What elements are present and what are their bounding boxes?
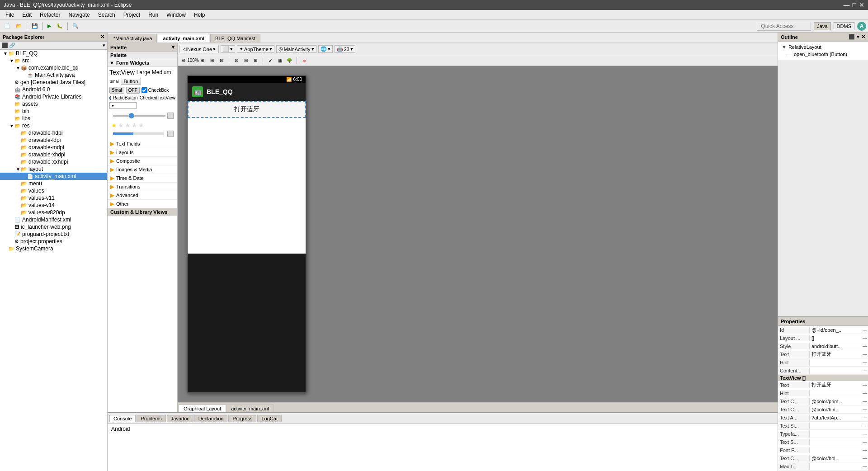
outline-close-btn[interactable]: ✕ (861, 34, 865, 40)
tree-item-25[interactable]: 📝proguard-project.txt (0, 231, 107, 238)
palette-form-widgets-header[interactable]: ▼ Form Widgets (108, 59, 177, 67)
tree-item-5[interactable]: 🤖Android 6.0 (0, 86, 107, 93)
api-dropdown[interactable]: 🤖 23 ▾ (335, 45, 355, 53)
console-tab-logcat[interactable]: LogCat (257, 415, 281, 422)
toolbar-run-btn[interactable]: ▶ (45, 22, 53, 30)
palette-custom-library[interactable]: Custom & Library Views (108, 208, 177, 216)
toolbar-save-btn[interactable]: 💾 (29, 22, 40, 30)
prop-action-7[interactable]: — (862, 382, 868, 387)
theme-dropdown[interactable]: ✦ AppTheme ▾ (237, 45, 274, 53)
prop-action-2[interactable]: — (862, 344, 868, 349)
prop-row-5[interactable]: Content...— (778, 367, 868, 375)
tree-item-10[interactable]: ▼📂res (0, 122, 107, 129)
toolbar-search-btn[interactable]: 🔍 (70, 22, 81, 30)
tree-item-3[interactable]: ☕MainActivity.java (0, 71, 107, 79)
close-button[interactable]: ✕ (859, 1, 864, 9)
menu-item-project[interactable]: Project (120, 11, 144, 19)
textview-large[interactable]: TextView (109, 69, 135, 76)
package-explorer-close-icon[interactable]: ✕ (100, 34, 104, 40)
phone-content[interactable]: 打开蓝牙 (188, 101, 306, 254)
prop-action-11[interactable]: — (862, 415, 868, 420)
prop-row-15[interactable]: Font F...— (778, 446, 868, 454)
prop-action-17[interactable]: — (862, 464, 868, 469)
bottom-tab-graphical-layout[interactable]: Graphical Layout (179, 405, 226, 412)
tree-item-7[interactable]: 📂assets (0, 100, 107, 108)
prop-row-17[interactable]: Max Li...— (778, 462, 868, 471)
pkg-collapse-btn[interactable]: ⬛ (2, 42, 8, 48)
console-tab-declaration[interactable]: Declaration (194, 415, 228, 422)
prop-action-0[interactable]: — (862, 327, 868, 332)
textview-small[interactable]: Smal (109, 79, 119, 84)
hierarchy-icon[interactable]: 🌳 (285, 57, 293, 65)
prop-row-16[interactable]: Text C...@color/hol...— (778, 454, 868, 462)
tree-item-24[interactable]: 🖼ic_launcher-web.png (0, 223, 107, 231)
menu-item-search[interactable]: Search (94, 11, 119, 19)
pkg-menu-btn[interactable]: ▾ (103, 42, 105, 48)
palette-transitions[interactable]: ▶ Transitions (108, 183, 177, 191)
outline-collapse-btn[interactable]: ⬛ (849, 34, 855, 40)
prop-action-13[interactable]: — (862, 431, 868, 436)
prop-action-8[interactable]: — (862, 391, 868, 396)
prop-row-3[interactable]: Text打开蓝牙— (778, 350, 868, 358)
button-widget[interactable]: Button (121, 78, 142, 85)
tree-item-16[interactable]: ▼📂layout (0, 165, 107, 173)
palette-advanced[interactable]: ▶ Advanced (108, 191, 177, 200)
tree-item-22[interactable]: 📂values-w820dp (0, 209, 107, 216)
menu-item-file[interactable]: File (2, 11, 18, 19)
outline-relative-layout[interactable]: ▼ RelativeLayout (780, 43, 866, 51)
outline-button-item[interactable]: — open_bluetooth (Button) (780, 51, 866, 58)
console-tab-problems[interactable]: Problems (137, 415, 165, 422)
tree-item-15[interactable]: 📂drawable-xxhdpi (0, 158, 107, 165)
tree-item-20[interactable]: 📂values-v11 (0, 194, 107, 202)
menu-item-navigate[interactable]: Navigate (65, 11, 93, 19)
seekbar-widget[interactable] (109, 111, 175, 121)
tree-item-23[interactable]: 📄AndroidManifest.xml (0, 216, 107, 223)
tree-item-9[interactable]: 📂libs (0, 115, 107, 122)
move-into-icon[interactable]: ↙ (266, 57, 274, 65)
prop-action-16[interactable]: — (862, 456, 868, 461)
toolbar-open-btn[interactable]: 📂 (14, 22, 24, 30)
show-grid-icon[interactable]: ⊞ (251, 57, 259, 65)
prop-action-5[interactable]: — (862, 368, 868, 373)
palette-composite[interactable]: ▶ Composite (108, 157, 177, 165)
console-tab-javadoc[interactable]: Javadoc (167, 415, 193, 422)
toolbar-new-btn[interactable]: 📄 (2, 22, 13, 30)
bottom-tab-activity-main-xml[interactable]: activity_main.xml (226, 405, 274, 412)
prop-row-2[interactable]: Styleandroid:butt...— (778, 342, 868, 350)
tree-item-2[interactable]: ▼📦com.example.ble_qq (0, 64, 107, 71)
prop-action-12[interactable]: — (862, 423, 868, 428)
tree-item-0[interactable]: ▼📁BLE_QQ (0, 50, 107, 57)
tree-item-18[interactable]: 📂menu (0, 180, 107, 187)
prop-row-1[interactable]: Layout ...[]— (778, 334, 868, 342)
prop-action-14[interactable]: — (862, 439, 868, 444)
quick-access-input[interactable] (757, 22, 811, 31)
prop-action-3[interactable]: — (862, 352, 868, 357)
tree-item-21[interactable]: 📂values-v14 (0, 202, 107, 209)
palette-other[interactable]: ▶ Other (108, 200, 177, 208)
lint-icon[interactable]: ⚠ (300, 57, 308, 65)
tree-item-26[interactable]: ⚙project.properties (0, 238, 107, 245)
open-bluetooth-button[interactable]: 打开蓝牙 (188, 101, 306, 118)
console-tab-console[interactable]: Console (109, 415, 136, 422)
ratingbar-widget[interactable]: ★ ★ ★ ★ ★ (109, 121, 175, 130)
palette-menu-btn[interactable]: ▾ (172, 44, 175, 50)
checkbox-widget[interactable]: CheckBox (142, 87, 169, 93)
editor-tab--mainactivity-java[interactable]: *MainActivity.java (108, 34, 157, 42)
checkedtextview-label[interactable]: CheckedTextView (140, 95, 175, 100)
console-tab-progress[interactable]: Progress (228, 415, 256, 422)
tree-item-19[interactable]: 📂values (0, 187, 107, 194)
textview-medium[interactable]: Large Medium (137, 69, 171, 75)
tree-item-6[interactable]: 📚Android Private Libraries (0, 93, 107, 100)
prop-row-10[interactable]: Text C...@color/hin...— (778, 405, 868, 414)
menu-item-edit[interactable]: Edit (19, 11, 35, 19)
prop-row-7[interactable]: Text打开蓝牙— (778, 381, 868, 389)
package-explorer-content[interactable]: ▼📁BLE_QQ▼📂src▼📦com.example.ble_qq ☕MainA… (0, 50, 107, 471)
minimize-button[interactable]: — (844, 1, 850, 9)
menu-item-window[interactable]: Window (163, 11, 189, 19)
menu-item-refactor[interactable]: Refactor (36, 11, 64, 19)
ddms-btn[interactable]: DDMS (834, 22, 854, 30)
prop-action-10[interactable]: — (862, 407, 868, 412)
prop-row-9[interactable]: Text C...@color/prim...— (778, 397, 868, 405)
palette-text-fields[interactable]: ▶ Text Fields (108, 140, 177, 148)
show-bounds-icon[interactable]: ⊡ (232, 57, 241, 65)
